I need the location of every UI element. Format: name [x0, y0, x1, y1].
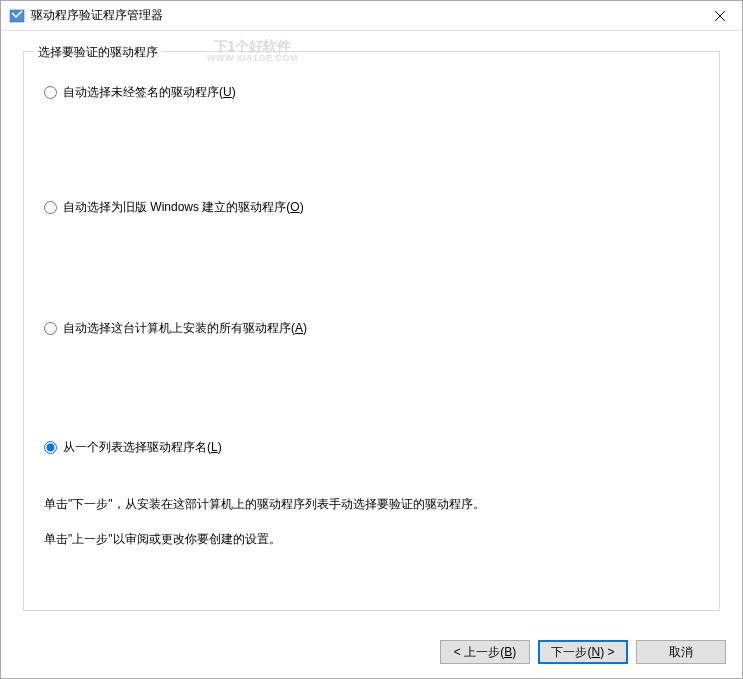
radio-unsigned-label: 自动选择未经签名的驱动程序(U): [63, 84, 236, 101]
fieldset-legend: 选择要验证的驱动程序: [34, 44, 162, 61]
radio-older-label: 自动选择为旧版 Windows 建立的驱动程序(O): [63, 199, 304, 216]
radio-all-label: 自动选择这台计算机上安装的所有驱动程序(A): [63, 320, 307, 337]
radio-all-input[interactable]: [44, 322, 57, 335]
radio-unsigned-drivers[interactable]: 自动选择未经签名的驱动程序(U): [44, 84, 699, 101]
button-bar: < 上一步(B) 下一步(N) > 取消: [1, 626, 742, 678]
next-button[interactable]: 下一步(N) >: [538, 640, 628, 664]
titlebar: 驱动程序验证程序管理器: [1, 1, 742, 31]
content-area: 下1个好软件 WWW.XIA1GE.COM 选择要验证的驱动程序 自动选择未经签…: [1, 31, 742, 626]
radio-unsigned-input[interactable]: [44, 86, 57, 99]
info-text-next: 单击"下一步"，从安装在这部计算机上的驱动程序列表手动选择要验证的驱动程序。: [44, 496, 699, 513]
radio-select-from-list[interactable]: 从一个列表选择驱动程序名(L): [44, 439, 699, 456]
radio-older-input[interactable]: [44, 201, 57, 214]
radio-list-input[interactable]: [44, 441, 57, 454]
back-button[interactable]: < 上一步(B): [440, 640, 530, 664]
info-text-back: 单击"上一步"以审阅或更改你要创建的设置。: [44, 531, 699, 548]
dialog-window: 驱动程序验证程序管理器 下1个好软件 WWW.XIA1GE.COM 选择要验证的…: [0, 0, 743, 679]
close-button[interactable]: [697, 1, 742, 30]
radio-older-windows-drivers[interactable]: 自动选择为旧版 Windows 建立的驱动程序(O): [44, 199, 699, 216]
close-icon: [715, 11, 725, 21]
window-title: 驱动程序验证程序管理器: [31, 7, 697, 24]
cancel-button[interactable]: 取消: [636, 640, 726, 664]
radio-all-drivers[interactable]: 自动选择这台计算机上安装的所有驱动程序(A): [44, 320, 699, 337]
radio-list-label: 从一个列表选择驱动程序名(L): [63, 439, 222, 456]
driver-select-fieldset: 选择要验证的驱动程序 自动选择未经签名的驱动程序(U) 自动选择为旧版 Wind…: [23, 51, 720, 611]
app-icon: [9, 8, 25, 24]
